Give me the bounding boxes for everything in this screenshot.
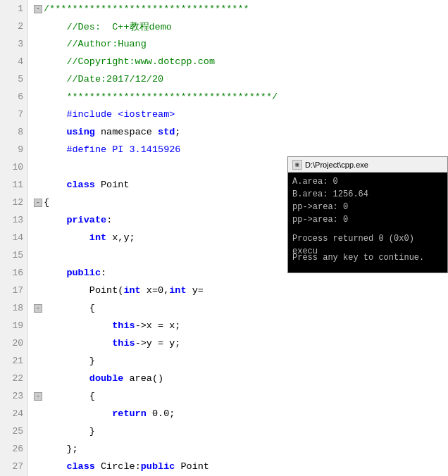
line-number-7: 7 <box>0 106 27 123</box>
code-editor: 1234567891011121314151617181920212223242… <box>0 0 448 476</box>
code-line-24: return 0.0; <box>34 405 448 422</box>
line-number-26: 26 <box>0 440 27 458</box>
terminal-line-6: Press any key to continue. <box>292 251 443 264</box>
line-number-19: 19 <box>0 317 27 334</box>
line-number-20: 20 <box>0 334 27 352</box>
line-number-13: 13 <box>0 211 27 229</box>
line-number-4: 4 <box>0 53 27 70</box>
line-number-9: 9 <box>0 141 27 158</box>
fold-icon-12[interactable]: - <box>34 199 42 207</box>
terminal-titlebar: ▣ D:\Project\cpp.exe <box>288 157 447 173</box>
code-line-25: } <box>34 422 448 440</box>
line-number-16: 16 <box>0 264 27 282</box>
line-number-22: 22 <box>0 370 27 387</box>
terminal-line-0: A.area: 0 <box>292 175 443 188</box>
line-number-6: 6 <box>0 88 27 106</box>
terminal-title: D:\Project\cpp.exe <box>305 161 368 169</box>
terminal-line-1: B.area: 1256.64 <box>292 188 443 201</box>
code-line-6: ************************************/ <box>34 88 448 106</box>
code-line-1: -/*********************************** <box>34 0 448 18</box>
code-line-7: #include <iostream> <box>34 106 448 123</box>
line-number-24: 24 <box>0 405 27 422</box>
line-number-25: 25 <box>0 422 27 440</box>
code-line-17: Point(int x=0,int y= <box>34 282 448 299</box>
line-number-23: 23 <box>0 387 27 405</box>
code-line-18: - { <box>34 299 448 317</box>
terminal-popup: ▣ D:\Project\cpp.exe A.area: 0B.area: 12… <box>287 156 448 273</box>
code-line-19: this->x = x; <box>34 317 448 334</box>
line-number-11: 11 <box>0 176 27 194</box>
code-line-21: } <box>34 352 448 370</box>
code-line-3: //Author:Huang <box>34 35 448 53</box>
fold-icon-1[interactable]: - <box>34 5 42 13</box>
terminal-icon: ▣ <box>292 160 302 170</box>
code-line-20: this->y = y; <box>34 334 448 352</box>
line-number-14: 14 <box>0 229 27 246</box>
terminal-body: A.area: 0B.area: 1256.64pp->area: 0pp->a… <box>288 173 447 273</box>
code-line-8: using namespace std; <box>34 123 448 141</box>
code-line-5: //Date:2017/12/20 <box>34 70 448 88</box>
line-number-10: 10 <box>0 158 27 176</box>
code-line-26: }; <box>34 440 448 458</box>
line-number-8: 8 <box>0 123 27 141</box>
line-number-12: 12 <box>0 194 27 211</box>
line-number-5: 5 <box>0 70 27 88</box>
terminal-line-2: pp->area: 0 <box>292 201 443 213</box>
fold-icon-18[interactable]: - <box>34 304 42 313</box>
line-number-18: 18 <box>0 299 27 317</box>
code-line-27: class Circle:public Point <box>34 458 448 475</box>
code-line-23: - { <box>34 387 448 405</box>
code-line-4: //Copyright:www.dotcpp.com <box>34 53 448 70</box>
line-number-15: 15 <box>0 246 27 264</box>
terminal-line-5: Process returned 0 (0x0) execu <box>292 239 443 251</box>
code-line-2: //Des: C++教程demo <box>34 18 448 35</box>
line-number-3: 3 <box>0 35 27 53</box>
line-number-21: 21 <box>0 352 27 370</box>
line-number-17: 17 <box>0 282 27 299</box>
fold-icon-23[interactable]: - <box>34 392 42 401</box>
line-number-27: 27 <box>0 458 27 475</box>
code-line-22: double area() <box>34 370 448 387</box>
line-number-1: 1 <box>0 0 27 18</box>
line-number-2: 2 <box>0 18 27 35</box>
line-numbers: 1234567891011121314151617181920212223242… <box>0 0 28 476</box>
terminal-line-3: pp->area: 0 <box>292 213 443 226</box>
